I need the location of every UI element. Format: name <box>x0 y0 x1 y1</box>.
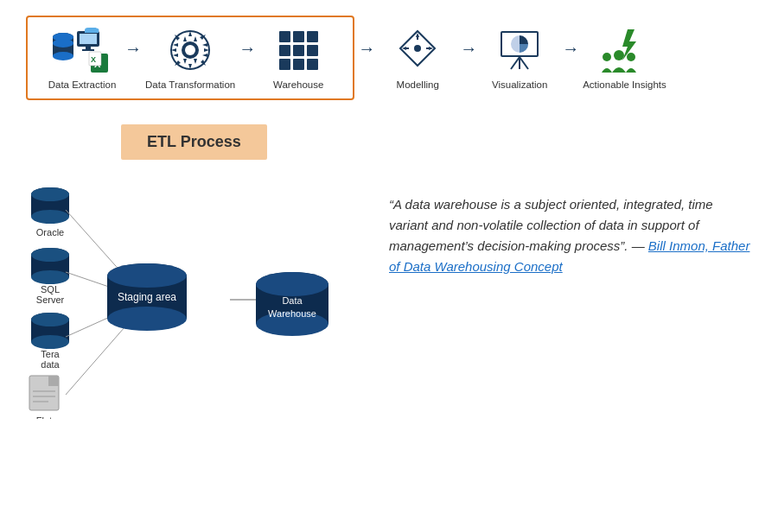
data-transformation-icon <box>168 26 213 74</box>
staging-area-cylinder: Staging area <box>107 263 187 331</box>
svg-point-50 <box>31 187 69 201</box>
svg-rect-28 <box>307 59 318 70</box>
svg-point-46 <box>627 53 635 61</box>
arrow-5: → <box>558 39 583 59</box>
step-label-warehouse: Warehouse <box>273 79 323 90</box>
etl-diagram-svg: Oracle SQL Server Tera data <box>17 177 363 419</box>
pipeline-step-data-extraction: X X Data Extraction <box>43 26 121 90</box>
sql-server-db: SQL Server <box>31 248 69 305</box>
svg-rect-26 <box>279 59 290 70</box>
svg-rect-20 <box>279 31 290 42</box>
etl-section: ETL Process <box>0 109 778 168</box>
pipeline-highlighted-box: X X Data Extraction → <box>26 16 354 100</box>
step-label-visualization: Visualization <box>492 79 547 90</box>
data-extraction-icon: X X <box>51 26 113 74</box>
svg-point-55 <box>31 248 69 262</box>
svg-point-44 <box>603 53 611 61</box>
svg-rect-27 <box>293 59 304 70</box>
modelling-icon <box>395 26 440 74</box>
pipeline-section: X X Data Extraction → <box>0 0 778 109</box>
svg-line-40 <box>511 57 520 69</box>
svg-rect-23 <box>279 45 290 56</box>
step-label-modelling: Modelling <box>397 79 439 90</box>
svg-rect-22 <box>307 31 318 42</box>
pipeline-step-modelling: Modelling <box>379 26 456 90</box>
svg-line-41 <box>520 57 528 69</box>
svg-point-90 <box>256 272 328 296</box>
svg-text:Server: Server <box>36 294 65 305</box>
svg-text:SQL: SQL <box>41 284 60 294</box>
pipeline-row: X X Data Extraction → <box>26 16 752 100</box>
step-label-data-extraction: Data Extraction <box>48 79 117 90</box>
etl-label: ETL Process <box>121 124 267 160</box>
warehouse-icon <box>276 26 321 74</box>
svg-text:Oracle: Oracle <box>36 227 64 238</box>
svg-point-82 <box>107 307 187 331</box>
svg-point-36 <box>414 45 421 52</box>
step-label-actionable-insights: Actionable Insights <box>583 79 666 90</box>
oracle-db: Oracle <box>31 187 69 238</box>
svg-rect-21 <box>293 31 304 42</box>
teradata-db: Tera data <box>31 313 69 370</box>
data-warehouse-cylinder: Data Warehouse <box>256 272 328 336</box>
svg-point-60 <box>31 335 69 349</box>
pipeline-step-warehouse: Warehouse <box>259 26 337 90</box>
pipeline-step-data-transformation: Data Transformation <box>145 26 235 90</box>
svg-text:X: X <box>91 55 96 64</box>
svg-point-49 <box>31 210 69 224</box>
svg-text:Flat: Flat <box>36 415 52 419</box>
svg-text:data: data <box>41 359 60 370</box>
svg-point-45 <box>614 50 624 60</box>
svg-rect-25 <box>307 45 318 56</box>
svg-rect-66 <box>48 376 59 386</box>
svg-point-54 <box>31 270 69 284</box>
svg-point-61 <box>31 313 69 326</box>
svg-rect-24 <box>293 45 304 56</box>
svg-rect-6 <box>80 34 97 44</box>
flat-file-icon: Flat File <box>29 376 59 419</box>
svg-point-83 <box>107 263 187 288</box>
pipeline-step-actionable-insights: Actionable Insights <box>583 26 666 90</box>
quote-area: “A data warehouse is a subject oriented,… <box>380 177 761 419</box>
svg-point-4 <box>53 39 73 48</box>
svg-text:Data: Data <box>282 295 303 306</box>
svg-rect-8 <box>82 49 94 51</box>
diagram-area: Oracle SQL Server Tera data <box>17 177 363 419</box>
arrow-1: → <box>121 39 145 59</box>
actionable-insights-icon <box>596 26 652 74</box>
bottom-section: Oracle SQL Server Tera data <box>0 168 778 428</box>
svg-point-19 <box>185 45 195 55</box>
step-label-data-transformation: Data Transformation <box>145 79 235 90</box>
arrow-4: → <box>456 39 481 59</box>
visualization-icon <box>495 26 544 74</box>
pipeline-step-visualization: Visualization <box>481 26 558 90</box>
svg-rect-12 <box>85 30 99 33</box>
svg-text:Staging area: Staging area <box>118 291 176 303</box>
arrow-3: → <box>354 39 379 59</box>
arrow-2: → <box>235 39 259 59</box>
svg-point-2 <box>53 52 73 60</box>
svg-text:Warehouse: Warehouse <box>268 308 316 319</box>
svg-text:Tera: Tera <box>41 349 60 359</box>
